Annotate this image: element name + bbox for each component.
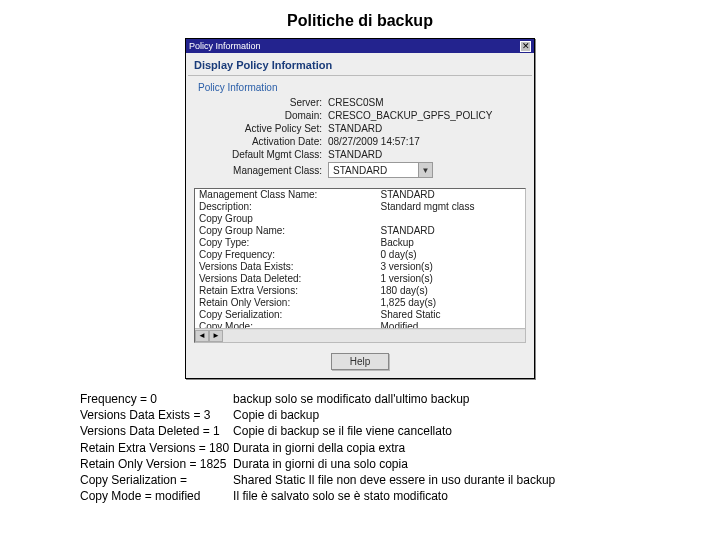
- management-class-select[interactable]: STANDARD ▼: [328, 162, 433, 178]
- explain-value: Copie di backup: [233, 407, 559, 423]
- field-default-mgmt-class: Default Mgmt Class: STANDARD: [198, 149, 522, 160]
- explain-key: Retain Extra Versions = 180: [80, 440, 233, 456]
- scrollbar-horizontal[interactable]: ◄ ►: [195, 328, 525, 342]
- detail-value: Backup: [377, 237, 526, 249]
- field-server: Server: CRESC0SM: [198, 97, 522, 108]
- detail-row: Copy Frequency:0 day(s): [195, 249, 525, 261]
- scroll-track[interactable]: [223, 330, 525, 342]
- detail-row: Versions Data Deleted:1 version(s): [195, 273, 525, 285]
- detail-key: Description:: [195, 201, 377, 213]
- detail-row: Retain Extra Versions:180 day(s): [195, 285, 525, 297]
- detail-row: Copy Group Name:STANDARD: [195, 225, 525, 237]
- field-domain: Domain: CRESCO_BACKUP_GPFS_POLICY: [198, 110, 522, 121]
- label: Active Policy Set:: [198, 123, 328, 134]
- explanation-block: Frequency = 0backup solo se modificato d…: [80, 391, 640, 504]
- explain-key: Versions Data Deleted = 1: [80, 423, 233, 439]
- explain-value: Il file è salvato solo se è stato modifi…: [233, 488, 559, 504]
- field-activation-date: Activation Date: 08/27/2009 14:57:17: [198, 136, 522, 147]
- detail-key: Versions Data Deleted:: [195, 273, 377, 285]
- detail-key: Copy Type:: [195, 237, 377, 249]
- close-icon: ✕: [522, 42, 530, 51]
- explain-row: Versions Data Exists = 3Copie di backup: [80, 407, 559, 423]
- explain-value: Copie di backup se il file viene cancell…: [233, 423, 559, 439]
- explanation-table: Frequency = 0backup solo se modificato d…: [80, 391, 559, 504]
- detail-row: Versions Data Exists:3 version(s): [195, 261, 525, 273]
- details-table: Management Class Name:STANDARDDescriptio…: [195, 189, 525, 343]
- chevron-down-icon: ▼: [418, 163, 432, 177]
- detail-value: 180 day(s): [377, 285, 526, 297]
- detail-value: STANDARD: [377, 189, 526, 201]
- detail-key: Retain Extra Versions:: [195, 285, 377, 297]
- select-value: STANDARD: [329, 165, 418, 176]
- explain-key: Copy Serialization =: [80, 472, 233, 488]
- policy-window: Policy Information ✕ Display Policy Info…: [185, 38, 535, 379]
- help-button[interactable]: Help: [331, 353, 390, 370]
- titlebar: Policy Information ✕: [186, 39, 534, 53]
- details-list: Management Class Name:STANDARDDescriptio…: [194, 188, 526, 343]
- detail-value: [377, 213, 526, 225]
- explain-row: Retain Only Version = 1825Durata in gior…: [80, 456, 559, 472]
- explain-value: Shared Static Il file non deve essere in…: [233, 472, 559, 488]
- label: Domain:: [198, 110, 328, 121]
- detail-value: 1,825 day(s): [377, 297, 526, 309]
- explain-key: Copy Mode = modified: [80, 488, 233, 504]
- window-header: Display Policy Information: [188, 55, 532, 76]
- detail-value: Standard mgmt class: [377, 201, 526, 213]
- form-rows: Server: CRESC0SM Domain: CRESCO_BACKUP_G…: [196, 95, 524, 180]
- label: Default Mgmt Class:: [198, 149, 328, 160]
- detail-key: Copy Serialization:: [195, 309, 377, 321]
- label: Server:: [198, 97, 328, 108]
- explain-key: Versions Data Exists = 3: [80, 407, 233, 423]
- explain-row: Versions Data Deleted = 1Copie di backup…: [80, 423, 559, 439]
- detail-key: Management Class Name:: [195, 189, 377, 201]
- label: Management Class:: [198, 165, 328, 176]
- detail-value: 0 day(s): [377, 249, 526, 261]
- explain-row: Retain Extra Versions = 180Durata in gio…: [80, 440, 559, 456]
- detail-value: Shared Static: [377, 309, 526, 321]
- detail-row: Copy Group: [195, 213, 525, 225]
- label: Activation Date:: [198, 136, 328, 147]
- explain-value: Durata in giorni della copia extra: [233, 440, 559, 456]
- detail-value: 1 version(s): [377, 273, 526, 285]
- groupbox-title: Policy Information: [196, 82, 524, 95]
- close-button[interactable]: ✕: [520, 41, 531, 52]
- explain-row: Copy Mode = modifiedIl file è salvato so…: [80, 488, 559, 504]
- explain-row: Copy Serialization =Shared Static Il fil…: [80, 472, 559, 488]
- button-row: Help: [188, 347, 532, 376]
- value: CRESCO_BACKUP_GPFS_POLICY: [328, 110, 522, 121]
- scroll-left-button[interactable]: ◄: [195, 330, 209, 342]
- detail-key: Copy Group: [195, 213, 377, 225]
- detail-key: Versions Data Exists:: [195, 261, 377, 273]
- detail-row: Copy Type:Backup: [195, 237, 525, 249]
- page-title: Politiche di backup: [0, 12, 720, 30]
- policy-groupbox: Policy Information Server: CRESC0SM Doma…: [192, 80, 528, 184]
- detail-row: Retain Only Version:1,825 day(s): [195, 297, 525, 309]
- detail-row: Description:Standard mgmt class: [195, 201, 525, 213]
- explain-value: Durata in giorni di una solo copia: [233, 456, 559, 472]
- value: STANDARD: [328, 149, 522, 160]
- explain-key: Frequency = 0: [80, 391, 233, 407]
- field-active-policy-set: Active Policy Set: STANDARD: [198, 123, 522, 134]
- value: CRESC0SM: [328, 97, 522, 108]
- explain-key: Retain Only Version = 1825: [80, 456, 233, 472]
- explain-row: Frequency = 0backup solo se modificato d…: [80, 391, 559, 407]
- window-title: Policy Information: [189, 41, 261, 51]
- detail-value: 3 version(s): [377, 261, 526, 273]
- field-management-class: Management Class: STANDARD ▼: [198, 162, 522, 178]
- detail-key: Copy Group Name:: [195, 225, 377, 237]
- detail-key: Retain Only Version:: [195, 297, 377, 309]
- scroll-right-button[interactable]: ►: [209, 330, 223, 342]
- value: STANDARD: [328, 123, 522, 134]
- value: 08/27/2009 14:57:17: [328, 136, 522, 147]
- detail-value: STANDARD: [377, 225, 526, 237]
- detail-row: Copy Serialization:Shared Static: [195, 309, 525, 321]
- detail-key: Copy Frequency:: [195, 249, 377, 261]
- explain-value: backup solo se modificato dall'ultimo ba…: [233, 391, 559, 407]
- detail-row: Management Class Name:STANDARD: [195, 189, 525, 201]
